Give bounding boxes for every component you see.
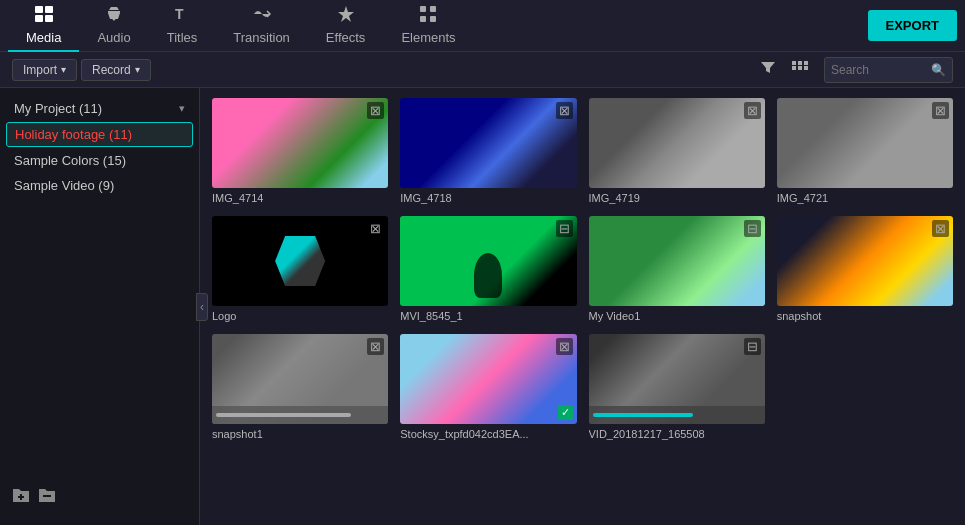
nav-titles[interactable]: T Titles bbox=[149, 0, 216, 52]
thumb-type-icon: ⊠ bbox=[744, 102, 761, 119]
sidebar-samplevideo-label: Sample Video (9) bbox=[14, 178, 114, 193]
thumb-overlay bbox=[212, 406, 388, 424]
sidebar-myproject-chevron: ▾ bbox=[179, 102, 185, 115]
grid-view-icon[interactable] bbox=[788, 59, 812, 80]
svg-rect-9 bbox=[420, 16, 426, 22]
media-thumb: ⊠ bbox=[589, 98, 765, 188]
media-name: MVI_8545_1 bbox=[400, 310, 576, 322]
media-name: VID_20181217_165508 bbox=[589, 428, 765, 440]
nav-effects-label: Effects bbox=[326, 30, 366, 45]
svg-text:T: T bbox=[175, 6, 184, 22]
svg-rect-12 bbox=[798, 61, 802, 65]
thumb-type-icon: ⊠ bbox=[367, 338, 384, 355]
nav-elements[interactable]: Elements bbox=[383, 0, 473, 52]
nav-effects[interactable]: Effects bbox=[308, 0, 384, 52]
list-item[interactable]: ⊠ snapshot bbox=[777, 216, 953, 322]
export-button[interactable]: EXPORT bbox=[868, 10, 957, 41]
thumb-type-icon: ⊠ bbox=[932, 220, 949, 237]
remove-folder-button[interactable] bbox=[38, 486, 56, 509]
logo-shape bbox=[275, 236, 325, 286]
list-item[interactable]: ⊟ My Video1 bbox=[589, 216, 765, 322]
svg-rect-14 bbox=[792, 66, 796, 70]
toolbar-icons bbox=[756, 59, 812, 80]
sidebar-item-samplevideo[interactable]: Sample Video (9) bbox=[0, 173, 199, 198]
nav-media[interactable]: Media bbox=[8, 0, 79, 52]
sidebar-myproject-label: My Project (11) bbox=[14, 101, 102, 116]
media-thumb: ⊠ bbox=[212, 216, 388, 306]
search-box: 🔍 bbox=[824, 57, 953, 83]
svg-marker-6 bbox=[338, 6, 354, 22]
media-name: snapshot bbox=[777, 310, 953, 322]
main-area: My Project (11) ▾ Holiday footage (11) S… bbox=[0, 88, 965, 525]
thumb-type-icon: ⊟ bbox=[556, 220, 573, 237]
record-button[interactable]: Record ▾ bbox=[81, 59, 151, 81]
add-folder-button[interactable] bbox=[12, 486, 30, 509]
media-thumb: ⊠ bbox=[212, 334, 388, 424]
media-name: My Video1 bbox=[589, 310, 765, 322]
list-item[interactable]: ⊟ MVI_8545_1 bbox=[400, 216, 576, 322]
search-input[interactable] bbox=[831, 63, 931, 77]
effects-icon bbox=[337, 5, 355, 28]
media-thumb: ⊠ bbox=[212, 98, 388, 188]
filter-icon[interactable] bbox=[756, 59, 780, 80]
progress-bar-active bbox=[593, 413, 694, 417]
list-item[interactable]: ⊠ snapshot1 bbox=[212, 334, 388, 440]
nav-audio-label: Audio bbox=[97, 30, 130, 45]
sidebar-toggle-button[interactable]: ‹ bbox=[196, 293, 208, 321]
list-item[interactable]: ⊠ IMG_4719 bbox=[589, 98, 765, 204]
sidebar-samplecolors-label: Sample Colors (15) bbox=[14, 153, 126, 168]
list-item[interactable]: ⊠ ✓ Stocksy_txpfd042cd3EA... bbox=[400, 334, 576, 440]
sidebar-item-samplecolors[interactable]: Sample Colors (15) bbox=[0, 148, 199, 173]
svg-rect-7 bbox=[420, 6, 426, 12]
media-name: IMG_4721 bbox=[777, 192, 953, 204]
import-button[interactable]: Import ▾ bbox=[12, 59, 77, 81]
svg-rect-11 bbox=[792, 61, 796, 65]
sidebar: My Project (11) ▾ Holiday footage (11) S… bbox=[0, 88, 200, 525]
thumb-type-icon: ⊟ bbox=[744, 220, 761, 237]
elements-icon bbox=[419, 5, 437, 28]
list-item[interactable]: ⊠ IMG_4718 bbox=[400, 98, 576, 204]
media-thumb: ⊟ bbox=[589, 216, 765, 306]
transition-icon bbox=[252, 5, 272, 28]
thumb-type-icon: ⊟ bbox=[744, 338, 761, 355]
top-nav: Media Audio T Titles Transition Effects … bbox=[0, 0, 965, 52]
progress-bar bbox=[216, 413, 351, 417]
sidebar-item-holiday[interactable]: Holiday footage (11) bbox=[6, 122, 193, 147]
person-silhouette bbox=[474, 253, 502, 298]
media-thumb: ⊠ bbox=[400, 98, 576, 188]
import-chevron-icon: ▾ bbox=[61, 64, 66, 75]
nav-transition[interactable]: Transition bbox=[215, 0, 308, 52]
nav-media-label: Media bbox=[26, 30, 61, 45]
audio-icon bbox=[105, 5, 123, 28]
media-name: IMG_4714 bbox=[212, 192, 388, 204]
thumb-type-icon: ⊠ bbox=[932, 102, 949, 119]
media-thumb: ⊟ bbox=[400, 216, 576, 306]
titles-icon: T bbox=[173, 5, 191, 28]
svg-rect-16 bbox=[804, 66, 808, 70]
list-item[interactable]: ⊠ IMG_4714 bbox=[212, 98, 388, 204]
media-content: ⊠ IMG_4714 ⊠ IMG_4718 ⊠ IMG_4719 bbox=[200, 88, 965, 525]
nav-audio[interactable]: Audio bbox=[79, 0, 148, 52]
sidebar-item-myproject[interactable]: My Project (11) ▾ bbox=[0, 96, 199, 121]
svg-rect-0 bbox=[35, 6, 43, 13]
media-thumb: ⊠ bbox=[777, 98, 953, 188]
list-item[interactable]: ⊠ IMG_4721 bbox=[777, 98, 953, 204]
toolbar: Import ▾ Record ▾ 🔍 bbox=[0, 52, 965, 88]
import-label: Import bbox=[23, 63, 57, 77]
nav-transition-label: Transition bbox=[233, 30, 290, 45]
media-thumb: ⊠ bbox=[777, 216, 953, 306]
list-item[interactable]: ⊠ Logo bbox=[212, 216, 388, 322]
thumb-type-icon: ⊠ bbox=[367, 102, 384, 119]
media-name: IMG_4719 bbox=[589, 192, 765, 204]
media-name: Logo bbox=[212, 310, 388, 322]
svg-rect-8 bbox=[430, 6, 436, 12]
svg-rect-2 bbox=[35, 15, 43, 22]
svg-point-4 bbox=[113, 17, 116, 20]
media-grid: ⊠ IMG_4714 ⊠ IMG_4718 ⊠ IMG_4719 bbox=[212, 98, 953, 440]
svg-rect-1 bbox=[45, 6, 53, 13]
list-item[interactable]: ⊟ VID_20181217_165508 bbox=[589, 334, 765, 440]
svg-rect-3 bbox=[45, 15, 53, 22]
record-chevron-icon: ▾ bbox=[135, 64, 140, 75]
svg-rect-13 bbox=[804, 61, 808, 65]
media-name: IMG_4718 bbox=[400, 192, 576, 204]
